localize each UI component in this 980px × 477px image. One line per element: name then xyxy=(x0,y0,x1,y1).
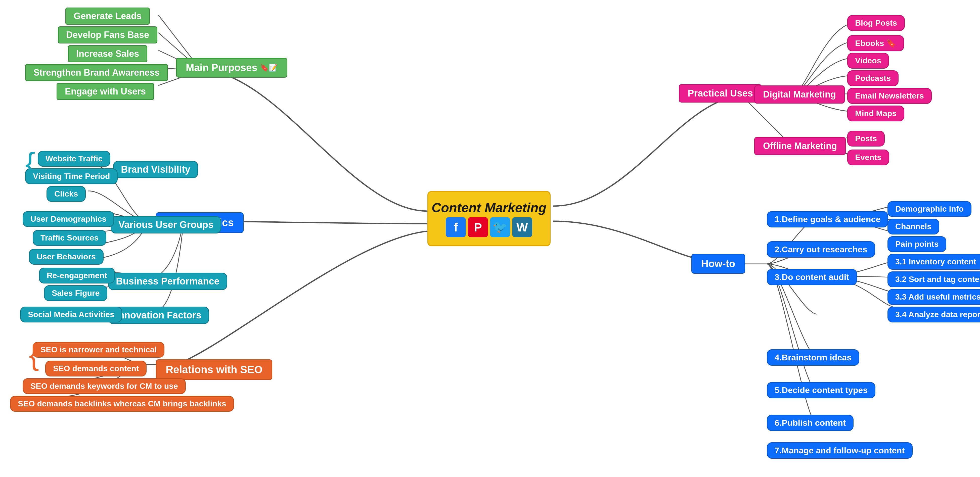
digital-marketing-label: Digital Marketing xyxy=(754,86,845,103)
mp-item-1: Generate Leads xyxy=(65,8,150,25)
mind-maps: Mind Maps xyxy=(847,105,904,121)
various-user-groups-label: Various User Groups xyxy=(111,216,221,234)
relations-seo-label: Relations with SEO xyxy=(156,359,272,380)
innovation-factors-label: Innovation Factors xyxy=(108,307,209,324)
seo-item-1: SEO is narrower and technical xyxy=(33,342,164,358)
step-3: 3.Do content audit xyxy=(767,269,857,285)
pain-points: Pain points xyxy=(888,236,946,252)
how-to-label: How-to xyxy=(691,254,745,273)
seo-item-2: SEO demands content xyxy=(45,361,146,377)
ebooks: Ebooks 🔖 xyxy=(847,35,904,51)
social-media-activities: Social Media Activities xyxy=(20,307,122,323)
twitter-icon: 🐦 xyxy=(490,217,510,237)
channels: Channels xyxy=(888,219,939,234)
wordpress-icon: W xyxy=(512,217,532,237)
step-2: 2.Carry out researches xyxy=(767,241,875,258)
step-7: 7.Manage and follow-up content xyxy=(767,442,913,459)
user-demographics: User Demographics xyxy=(22,211,114,227)
mp-item-5: Engage with Users xyxy=(57,83,154,100)
step-5: 5.Decide content types xyxy=(767,382,875,398)
inventory-content: 3.1 Inventory content xyxy=(888,254,980,270)
business-performance-label: Business Performance xyxy=(108,273,227,290)
sales-figure: Sales Figure xyxy=(44,285,107,301)
mp-item-3: Increase Sales xyxy=(68,45,147,62)
offline-marketing-label: Offline Marketing xyxy=(754,137,846,155)
podcasts: Podcasts xyxy=(847,70,899,86)
mp-item-2: Develop Fans Base xyxy=(58,26,158,43)
add-useful-metrics: 3.3 Add useful metrics xyxy=(888,289,980,305)
facebook-icon: f xyxy=(446,217,466,237)
traffic-sources: Traffic Sources xyxy=(33,230,107,246)
visiting-time-period: Visiting Time Period xyxy=(25,169,118,184)
mp-item-4: Strengthen Brand Awareness xyxy=(25,64,168,81)
posts: Posts xyxy=(847,131,885,146)
brand-brace: } xyxy=(25,146,35,180)
videos: Videos xyxy=(847,53,889,68)
seo-item-3: SEO demands keywords for CM to use xyxy=(22,378,186,394)
center-node: Content Marketing f P 🐦 W xyxy=(427,191,550,246)
seo-brace: } xyxy=(29,337,39,372)
step-6: 6.Publish content xyxy=(767,415,854,431)
main-purposes-label: Main Purposes 🔖📝 xyxy=(176,58,287,78)
step-4: 4.Brainstorm ideas xyxy=(767,349,859,366)
demographic-info: Demographic info xyxy=(888,201,972,217)
re-engagement: Re-engagement xyxy=(39,268,115,283)
email-newsletters: Email Newsletters xyxy=(847,88,932,104)
events: Events xyxy=(847,149,889,165)
analyze-data-reports: 3.4 Analyze data reports xyxy=(888,307,980,323)
sort-tag-content: 3.2 Sort and tag content xyxy=(888,272,980,287)
blog-posts: Blog Posts xyxy=(847,15,905,31)
seo-item-4: SEO demands backlinks whereas CM brings … xyxy=(10,396,234,412)
user-behaviors: User Behaviors xyxy=(29,249,103,265)
practical-uses-label: Practical Uses xyxy=(679,84,762,103)
brand-visibility-label: Brand Visibility xyxy=(113,161,198,178)
step-1: 1.Define goals & audience xyxy=(767,211,888,227)
pinterest-icon: P xyxy=(468,217,488,237)
center-title: Content Marketing xyxy=(432,200,546,215)
clicks: Clicks xyxy=(46,186,86,202)
social-icons: f P 🐦 W xyxy=(446,217,532,237)
website-traffic: Website Traffic xyxy=(38,151,110,167)
